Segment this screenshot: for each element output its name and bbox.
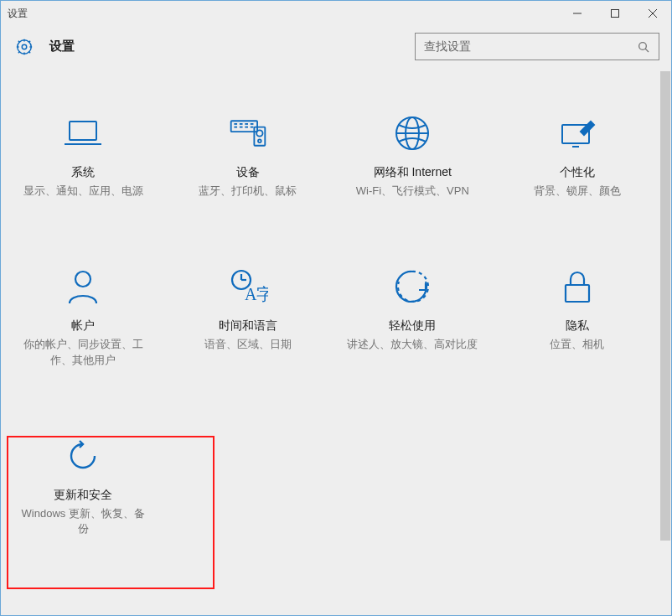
svg-point-27 (75, 272, 90, 287)
tile-accounts[interactable]: 帐户 你的帐户、同步设置、工作、其他用户 (1, 267, 166, 369)
svg-rect-8 (70, 122, 96, 140)
user-icon (63, 267, 103, 307)
tile-time-language[interactable]: A字 时间和语言 语音、区域、日期 (166, 267, 331, 369)
tile-title: 时间和语言 (219, 318, 277, 334)
settings-grid-container: 系统 显示、通知、应用、电源 设备 蓝牙、打印机、鼠标 (1, 71, 659, 615)
devices-icon (228, 113, 268, 153)
svg-point-5 (18, 39, 32, 54)
tile-title: 个性化 (560, 165, 595, 180)
close-button[interactable] (633, 2, 671, 25)
tile-title: 更新和安全 (54, 488, 112, 503)
tile-devices[interactable]: 设备 蓝牙、打印机、鼠标 (166, 113, 331, 199)
page-title: 设置 (49, 39, 75, 54)
scrollbar-thumb[interactable] (660, 71, 670, 541)
window-title: 设置 (8, 7, 28, 21)
tile-network[interactable]: 网络和 Internet Wi-Fi、飞行模式、VPN (330, 113, 495, 199)
svg-rect-32 (566, 285, 589, 302)
tile-desc: 语音、区域、日期 (204, 337, 292, 353)
tile-desc: 讲述人、放大镜、高对比度 (347, 337, 478, 353)
header: 设置 查找设置 (1, 26, 671, 75)
vertical-scrollbar[interactable] (660, 71, 670, 614)
lock-icon (557, 267, 597, 307)
tile-system[interactable]: 系统 显示、通知、应用、电源 (1, 113, 166, 199)
tile-desc: 显示、通知、应用、电源 (23, 184, 143, 199)
minimize-button[interactable] (558, 2, 596, 25)
gear-icon (13, 35, 36, 59)
globe-icon (392, 113, 432, 153)
svg-point-20 (256, 130, 262, 136)
ease-of-access-icon (392, 267, 432, 307)
svg-text:A字: A字 (245, 285, 268, 303)
tile-personalization[interactable]: 个性化 背景、锁屏、颜色 (495, 113, 660, 199)
svg-rect-10 (230, 121, 256, 132)
tile-desc: 你的帐户、同步设置、工作、其他用户 (16, 337, 150, 369)
settings-window: 设置 设置 查找设置 (0, 0, 672, 616)
maximize-button[interactable] (596, 2, 633, 25)
tile-desc: 背景、锁屏、颜色 (534, 184, 621, 199)
svg-rect-1 (611, 10, 618, 18)
search-input[interactable]: 查找设置 (415, 33, 659, 60)
search-placeholder: 查找设置 (424, 39, 637, 54)
tile-ease-of-access[interactable]: 轻松使用 讲述人、放大镜、高对比度 (330, 267, 495, 369)
tile-desc: Windows 更新、恢复、备份 (16, 506, 150, 538)
svg-line-7 (645, 49, 649, 52)
tile-update-security[interactable]: 更新和安全 Windows 更新、恢复、备份 (1, 436, 166, 538)
tile-title: 帐户 (71, 318, 95, 334)
tile-title: 网络和 Internet (374, 165, 452, 180)
svg-point-4 (22, 44, 27, 49)
search-icon (637, 40, 650, 54)
tile-desc: 位置、相机 (550, 337, 604, 353)
tile-title: 隐私 (566, 318, 589, 334)
titlebar: 设置 (1, 1, 671, 26)
svg-point-21 (258, 139, 261, 142)
svg-point-6 (639, 42, 647, 49)
tile-title: 轻松使用 (389, 318, 436, 334)
tile-desc: Wi-Fi、飞行模式、VPN (356, 184, 469, 199)
tile-title: 设备 (236, 165, 260, 180)
update-icon (63, 436, 103, 476)
personalization-icon (557, 113, 597, 153)
time-language-icon: A字 (228, 267, 268, 307)
tile-privacy[interactable]: 隐私 位置、相机 (495, 267, 660, 369)
tile-title: 系统 (71, 165, 95, 180)
tile-desc: 蓝牙、打印机、鼠标 (199, 184, 297, 199)
laptop-icon (63, 113, 103, 153)
